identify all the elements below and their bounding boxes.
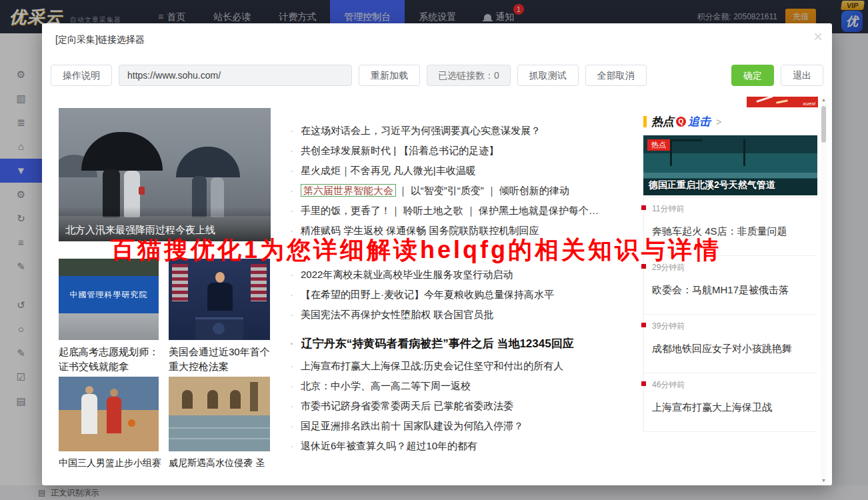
red-square-marker [641, 205, 646, 210]
basketball-shape [128, 419, 135, 427]
flag-shape [172, 264, 188, 301]
arch-shape [230, 390, 241, 409]
player-head [85, 386, 93, 394]
news-link-row[interactable]: ·退休近6年被查算久吗？超过10年的都有 [290, 439, 697, 453]
selected-link-box[interactable]: 第六届世界智能大会 [301, 184, 396, 197]
news-link-row[interactable]: ·【在希望的田野上·麦收记】今年夏粮收购总量保持高水平 [290, 287, 697, 302]
arch-shape [182, 390, 193, 409]
hero-news-image[interactable]: 北方入汛来最强降雨过程今夜上线 [59, 108, 271, 241]
speaker-body [207, 283, 233, 311]
crane-shape [670, 139, 672, 166]
water-line [169, 438, 270, 439]
hot-logo-icon: Q [676, 117, 686, 127]
hot-news-item[interactable]: 39分钟前成都地铁回应女子对小孩跳艳舞 [644, 315, 817, 373]
news-link-row[interactable]: ·星火成炬｜不舍再见 凡人微光|丰收温暖 [290, 163, 697, 178]
help-button[interactable]: 操作说明 [51, 65, 112, 86]
news-link-text[interactable]: 【在希望的田野上·麦收记】今年夏粮收购总量保持高水平 [301, 289, 554, 300]
confirm-button[interactable]: 确定 [731, 65, 774, 86]
news-link-row[interactable]: ·第六届世界智能大会｜ 以“智变”引“质变” ｜ 倾听创新的律动 [290, 183, 697, 198]
bullet-dot: · [290, 309, 293, 320]
news-link-text[interactable]: 辽宁丹东“持黄码者看病被拦”事件之后 当地12345回应 [301, 337, 574, 350]
hot-news-item[interactable]: 46分钟前上海宣布打赢大上海保卫战 [644, 373, 817, 432]
news-link-row[interactable]: ·市委书记跻身省委常委两天后 已掌舵省委政法委 [290, 399, 697, 413]
scroll-up-icon[interactable]: ▲ [821, 97, 827, 103]
red-square-marker [641, 381, 646, 386]
podium-seal [213, 323, 225, 335]
news-link-row[interactable]: ·辽宁丹东“持黄码者看病被拦”事件之后 当地12345回应 [290, 335, 697, 353]
water-line [169, 427, 270, 429]
chevron-right-icon[interactable]: > [716, 117, 721, 127]
news-link-text[interactable]: 共创全球发展新时代 | 【沿着总书记的足迹】 [301, 145, 499, 156]
player-white-jersey [81, 394, 97, 434]
page-scrollbar[interactable]: ▲ ▼ [821, 97, 827, 484]
news-link-list: ·在这场对话会上，习近平为何强调要真心实意谋发展？·共创全球发展新时代 | 【沿… [290, 123, 697, 459]
news-link-text[interactable]: 美国宪法不再保护女性堕胎权 联合国官员批 [301, 309, 493, 320]
chase-label: 追击 [688, 114, 711, 129]
seo-overlay-text: 百猫搜优化1为您详细解读helqfg的相关知识与详情 [111, 234, 721, 267]
scrollbar-thumb[interactable] [821, 106, 826, 143]
grab-test-button[interactable]: 抓取测试 [517, 65, 579, 86]
link-selector-dialog: [定向采集]链接选择器 × 操作说明 重新加载 已选链接数：0 抓取测试 全部取… [42, 23, 832, 485]
thumb-caption[interactable]: 起底高考志愿规划师：证书交钱就能拿 [59, 345, 159, 374]
reload-button[interactable]: 重新加载 [359, 65, 420, 86]
exit-button[interactable]: 退出 [781, 65, 823, 86]
thumb-congress-image[interactable] [169, 259, 270, 340]
hot-featured-caption[interactable]: 德国正重启北溪2号天然气管道 [649, 179, 775, 191]
bullet-dot: · [290, 440, 293, 451]
news-link-text[interactable]: 2022年离校未就业高校毕业生服务攻坚行动启动 [301, 269, 513, 280]
news-link-row[interactable]: ·国足亚洲排名跌出前十 国家队建设为何陷入停滞？ [290, 419, 697, 433]
news-link-text[interactable]: 北京：中小学、高一高二等下周一返校 [301, 380, 471, 391]
selected-links-counter: 已选链接数：0 [427, 65, 511, 86]
news-link-row[interactable]: ·共创全球发展新时代 | 【沿着总书记的足迹】 [290, 143, 697, 158]
hot-item-title[interactable]: 欧委会：马航MH17是被俄击落 [652, 284, 817, 297]
crane-shape [743, 139, 745, 166]
news-link-row[interactable]: ·北京：中小学、高一高二等下周一返校 [290, 379, 697, 393]
bullet-dot: · [290, 205, 293, 216]
banner-stroke [776, 99, 788, 104]
umbrella-shape [176, 147, 240, 177]
news-link-row[interactable]: ·上海宣布打赢大上海保卫战:历史会记住坚守和付出的所有人 [290, 359, 697, 373]
news-link-row[interactable]: ·美国宪法不再保护女性堕胎权 联合国官员批 [290, 307, 697, 322]
hot-item-title[interactable]: 上海宣布打赢大上海保卫战 [652, 401, 817, 414]
banner-text: xuexi [803, 101, 815, 107]
thumb-basketball-image[interactable] [59, 377, 159, 451]
cancel-all-button[interactable]: 全部取消 [585, 65, 647, 86]
umbrella-shape [81, 132, 163, 171]
news-link-text[interactable]: 手里的饭，更香了！｜ 聆听土地之歌 ｜ 保护黑土地就是保护每个… [301, 205, 599, 216]
news-link-text[interactable]: 上海宣布打赢大上海保卫战:历史会记住坚守和付出的所有人 [301, 360, 563, 371]
dialog-title: [定向采集]链接选择器 [55, 34, 145, 46]
hot-news-list: 11分钟前奔驰车起火 4S店：非质量问题29分钟前欧委会：马航MH17是被俄击落… [643, 197, 817, 432]
news-link-text[interactable]: 退休近6年被查算久吗？超过10年的都有 [301, 440, 477, 451]
promo-banner[interactable]: xuexi [747, 97, 818, 107]
news-link-row[interactable]: ·手里的饭，更香了！｜ 聆听土地之歌 ｜ 保护黑土地就是保护每个… [290, 203, 697, 218]
hot-featured-image[interactable]: 热点 德国正重启北溪2号天然气管道 [643, 135, 817, 195]
screen: 优采云 自动文章采集器 ≡首页 站长必读 计费方式 管理控制台 系统设置 通知1… [0, 0, 868, 500]
hot-topics-header[interactable]: 热点 Q 追击 > [643, 114, 721, 129]
dialog-toolbar: 操作说明 重新加载 已选链接数：0 抓取测试 全部取消 确定 退出 [51, 65, 823, 86]
news-link-text[interactable]: 星火成炬｜不舍再见 凡人微光|丰收温暖 [301, 165, 476, 176]
thumb-venice-image[interactable] [169, 377, 270, 451]
bullet-dot: · [290, 165, 293, 176]
news-link-text[interactable]: 市委书记跻身省委常委两天后 已掌舵省委政法委 [301, 400, 513, 411]
news-link-text[interactable]: 国足亚洲排名跌出前十 国家队建设为何陷入停滞？ [301, 420, 523, 431]
news-link-text[interactable]: ｜ 以“智变”引“质变” ｜ 倾听创新的律动 [398, 185, 569, 196]
hot-item-time: 11分钟前 [652, 203, 817, 215]
bullet-dot: · [290, 400, 293, 411]
url-input[interactable] [119, 65, 352, 86]
thumb-institute-image[interactable]: 中國管理科學研究院 [59, 259, 159, 340]
close-icon[interactable]: × [813, 29, 823, 45]
bullet-dot: · [290, 337, 294, 350]
news-link-row[interactable]: ·在这场对话会上，习近平为何强调要真心实意谋发展？ [290, 123, 697, 138]
pipeline-shape [643, 173, 817, 178]
scroll-down-icon[interactable]: ▼ [821, 477, 827, 484]
institute-sign-text: 中國管理科學研究院 [59, 276, 159, 313]
thumb-caption[interactable]: 中国三人男篮止步小组赛 [59, 455, 165, 470]
bullet-dot: · [290, 145, 293, 156]
thumb-caption[interactable]: 威尼斯遇高水位侵袭 圣 [169, 455, 279, 470]
news-link-text[interactable]: 在这场对话会上，习近平为何强调要真心实意谋发展？ [301, 125, 541, 136]
news-link-row[interactable]: ·2022年离校未就业高校毕业生服务攻坚行动启动 [290, 267, 697, 282]
thumb-caption[interactable]: 美国会通过近30年首个重大控枪法案 [169, 345, 270, 374]
bullet-dot: · [290, 420, 293, 431]
tower-shape [250, 382, 258, 411]
hot-item-title[interactable]: 成都地铁回应女子对小孩跳艳舞 [652, 343, 817, 355]
